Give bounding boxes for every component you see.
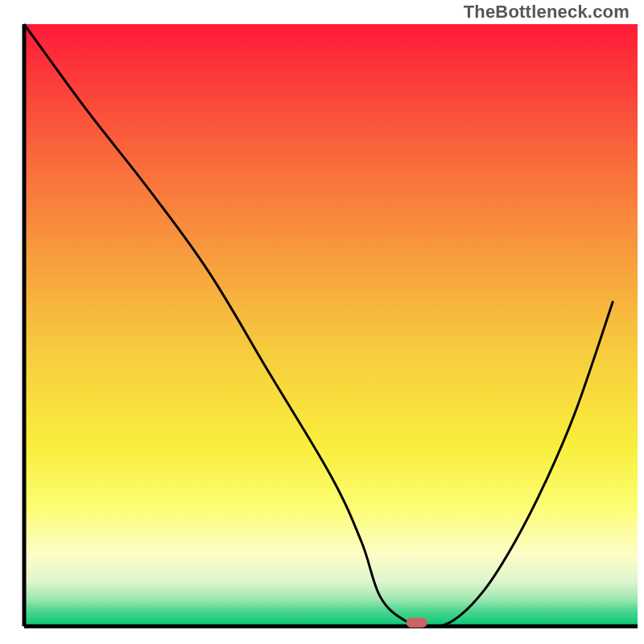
gradient-background	[24, 24, 638, 626]
bottleneck-chart	[0, 0, 644, 644]
optimal-marker	[407, 618, 427, 628]
watermark-text: TheBottleneck.com	[464, 2, 630, 23]
chart-container: TheBottleneck.com	[0, 0, 644, 644]
